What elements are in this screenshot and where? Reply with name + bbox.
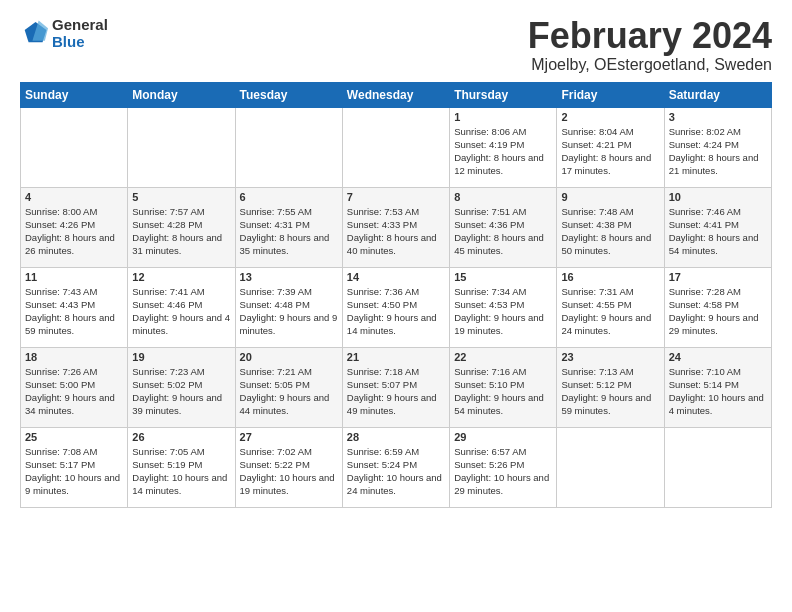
- week-row-2: 4Sunrise: 8:00 AM Sunset: 4:26 PM Daylig…: [21, 187, 772, 267]
- cell-w5-d2: 27Sunrise: 7:02 AM Sunset: 5:22 PM Dayli…: [235, 427, 342, 507]
- header-section: General Blue February 2024 Mjoelby, OEst…: [20, 16, 772, 74]
- cell-w5-d4: 29Sunrise: 6:57 AM Sunset: 5:26 PM Dayli…: [450, 427, 557, 507]
- day-number: 5: [132, 191, 230, 203]
- logo-general: General: [52, 16, 108, 33]
- day-info: Sunrise: 7:36 AM Sunset: 4:50 PM Dayligh…: [347, 285, 445, 338]
- day-info: Sunrise: 7:26 AM Sunset: 5:00 PM Dayligh…: [25, 365, 123, 418]
- title-section: February 2024 Mjoelby, OEstergoetland, S…: [528, 16, 772, 74]
- cell-w2-d5: 9Sunrise: 7:48 AM Sunset: 4:38 PM Daylig…: [557, 187, 664, 267]
- cell-w3-d1: 12Sunrise: 7:41 AM Sunset: 4:46 PM Dayli…: [128, 267, 235, 347]
- logo-blue: Blue: [52, 33, 108, 50]
- day-number: 27: [240, 431, 338, 443]
- day-info: Sunrise: 7:31 AM Sunset: 4:55 PM Dayligh…: [561, 285, 659, 338]
- day-info: Sunrise: 7:51 AM Sunset: 4:36 PM Dayligh…: [454, 205, 552, 258]
- cell-w5-d3: 28Sunrise: 6:59 AM Sunset: 5:24 PM Dayli…: [342, 427, 449, 507]
- day-info: Sunrise: 7:13 AM Sunset: 5:12 PM Dayligh…: [561, 365, 659, 418]
- cell-w2-d2: 6Sunrise: 7:55 AM Sunset: 4:31 PM Daylig…: [235, 187, 342, 267]
- day-info: Sunrise: 7:10 AM Sunset: 5:14 PM Dayligh…: [669, 365, 767, 418]
- cell-w4-d0: 18Sunrise: 7:26 AM Sunset: 5:00 PM Dayli…: [21, 347, 128, 427]
- cell-w1-d2: [235, 107, 342, 187]
- week-row-4: 18Sunrise: 7:26 AM Sunset: 5:00 PM Dayli…: [21, 347, 772, 427]
- logo: General Blue: [20, 16, 108, 50]
- day-info: Sunrise: 7:23 AM Sunset: 5:02 PM Dayligh…: [132, 365, 230, 418]
- location-title: Mjoelby, OEstergoetland, Sweden: [528, 56, 772, 74]
- day-number: 19: [132, 351, 230, 363]
- week-row-5: 25Sunrise: 7:08 AM Sunset: 5:17 PM Dayli…: [21, 427, 772, 507]
- day-number: 25: [25, 431, 123, 443]
- cell-w5-d1: 26Sunrise: 7:05 AM Sunset: 5:19 PM Dayli…: [128, 427, 235, 507]
- day-number: 1: [454, 111, 552, 123]
- day-number: 6: [240, 191, 338, 203]
- cell-w3-d5: 16Sunrise: 7:31 AM Sunset: 4:55 PM Dayli…: [557, 267, 664, 347]
- cell-w3-d2: 13Sunrise: 7:39 AM Sunset: 4:48 PM Dayli…: [235, 267, 342, 347]
- cell-w2-d0: 4Sunrise: 8:00 AM Sunset: 4:26 PM Daylig…: [21, 187, 128, 267]
- day-info: Sunrise: 7:28 AM Sunset: 4:58 PM Dayligh…: [669, 285, 767, 338]
- page: General Blue February 2024 Mjoelby, OEst…: [0, 0, 792, 518]
- cell-w5-d0: 25Sunrise: 7:08 AM Sunset: 5:17 PM Dayli…: [21, 427, 128, 507]
- day-number: 24: [669, 351, 767, 363]
- cell-w2-d3: 7Sunrise: 7:53 AM Sunset: 4:33 PM Daylig…: [342, 187, 449, 267]
- day-number: 13: [240, 271, 338, 283]
- cell-w2-d6: 10Sunrise: 7:46 AM Sunset: 4:41 PM Dayli…: [664, 187, 771, 267]
- day-number: 22: [454, 351, 552, 363]
- cell-w4-d1: 19Sunrise: 7:23 AM Sunset: 5:02 PM Dayli…: [128, 347, 235, 427]
- cell-w4-d2: 20Sunrise: 7:21 AM Sunset: 5:05 PM Dayli…: [235, 347, 342, 427]
- header-tuesday: Tuesday: [235, 82, 342, 107]
- day-info: Sunrise: 7:34 AM Sunset: 4:53 PM Dayligh…: [454, 285, 552, 338]
- day-info: Sunrise: 7:02 AM Sunset: 5:22 PM Dayligh…: [240, 445, 338, 498]
- day-number: 11: [25, 271, 123, 283]
- header-wednesday: Wednesday: [342, 82, 449, 107]
- day-number: 9: [561, 191, 659, 203]
- day-info: Sunrise: 7:05 AM Sunset: 5:19 PM Dayligh…: [132, 445, 230, 498]
- cell-w1-d0: [21, 107, 128, 187]
- day-number: 7: [347, 191, 445, 203]
- day-number: 29: [454, 431, 552, 443]
- day-number: 20: [240, 351, 338, 363]
- cell-w1-d3: [342, 107, 449, 187]
- month-title: February 2024: [528, 16, 772, 56]
- day-number: 21: [347, 351, 445, 363]
- week-row-3: 11Sunrise: 7:43 AM Sunset: 4:43 PM Dayli…: [21, 267, 772, 347]
- day-info: Sunrise: 7:18 AM Sunset: 5:07 PM Dayligh…: [347, 365, 445, 418]
- day-number: 16: [561, 271, 659, 283]
- day-info: Sunrise: 7:08 AM Sunset: 5:17 PM Dayligh…: [25, 445, 123, 498]
- cell-w5-d5: [557, 427, 664, 507]
- day-info: Sunrise: 8:02 AM Sunset: 4:24 PM Dayligh…: [669, 125, 767, 178]
- day-info: Sunrise: 8:00 AM Sunset: 4:26 PM Dayligh…: [25, 205, 123, 258]
- day-info: Sunrise: 8:04 AM Sunset: 4:21 PM Dayligh…: [561, 125, 659, 178]
- header-monday: Monday: [128, 82, 235, 107]
- day-number: 14: [347, 271, 445, 283]
- day-info: Sunrise: 6:59 AM Sunset: 5:24 PM Dayligh…: [347, 445, 445, 498]
- header-friday: Friday: [557, 82, 664, 107]
- day-number: 28: [347, 431, 445, 443]
- day-number: 4: [25, 191, 123, 203]
- cell-w2-d4: 8Sunrise: 7:51 AM Sunset: 4:36 PM Daylig…: [450, 187, 557, 267]
- cell-w1-d5: 2Sunrise: 8:04 AM Sunset: 4:21 PM Daylig…: [557, 107, 664, 187]
- cell-w1-d6: 3Sunrise: 8:02 AM Sunset: 4:24 PM Daylig…: [664, 107, 771, 187]
- day-info: Sunrise: 6:57 AM Sunset: 5:26 PM Dayligh…: [454, 445, 552, 498]
- header-sunday: Sunday: [21, 82, 128, 107]
- logo-text: General Blue: [52, 16, 108, 50]
- cell-w4-d5: 23Sunrise: 7:13 AM Sunset: 5:12 PM Dayli…: [557, 347, 664, 427]
- day-number: 2: [561, 111, 659, 123]
- day-info: Sunrise: 7:43 AM Sunset: 4:43 PM Dayligh…: [25, 285, 123, 338]
- day-info: Sunrise: 7:46 AM Sunset: 4:41 PM Dayligh…: [669, 205, 767, 258]
- day-info: Sunrise: 7:48 AM Sunset: 4:38 PM Dayligh…: [561, 205, 659, 258]
- week-row-1: 1Sunrise: 8:06 AM Sunset: 4:19 PM Daylig…: [21, 107, 772, 187]
- day-info: Sunrise: 8:06 AM Sunset: 4:19 PM Dayligh…: [454, 125, 552, 178]
- cell-w3-d6: 17Sunrise: 7:28 AM Sunset: 4:58 PM Dayli…: [664, 267, 771, 347]
- day-info: Sunrise: 7:57 AM Sunset: 4:28 PM Dayligh…: [132, 205, 230, 258]
- cell-w4-d4: 22Sunrise: 7:16 AM Sunset: 5:10 PM Dayli…: [450, 347, 557, 427]
- day-info: Sunrise: 7:55 AM Sunset: 4:31 PM Dayligh…: [240, 205, 338, 258]
- day-number: 10: [669, 191, 767, 203]
- cell-w1-d1: [128, 107, 235, 187]
- day-number: 3: [669, 111, 767, 123]
- header-thursday: Thursday: [450, 82, 557, 107]
- cell-w4-d6: 24Sunrise: 7:10 AM Sunset: 5:14 PM Dayli…: [664, 347, 771, 427]
- day-info: Sunrise: 7:39 AM Sunset: 4:48 PM Dayligh…: [240, 285, 338, 338]
- cell-w3-d4: 15Sunrise: 7:34 AM Sunset: 4:53 PM Dayli…: [450, 267, 557, 347]
- cell-w3-d3: 14Sunrise: 7:36 AM Sunset: 4:50 PM Dayli…: [342, 267, 449, 347]
- cell-w4-d3: 21Sunrise: 7:18 AM Sunset: 5:07 PM Dayli…: [342, 347, 449, 427]
- logo-icon: [20, 19, 48, 47]
- cell-w5-d6: [664, 427, 771, 507]
